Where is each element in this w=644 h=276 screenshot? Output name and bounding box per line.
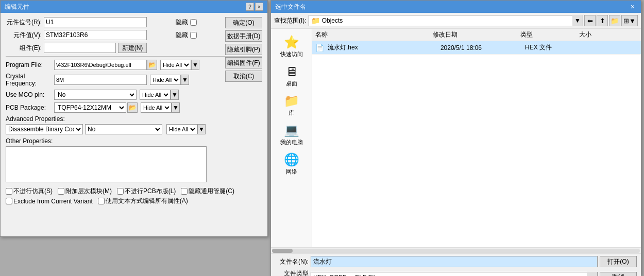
value-hide-label: 隐藏 xyxy=(176,31,188,40)
edit-dialog-controls: ? × xyxy=(246,3,263,11)
file-icon: 📄 xyxy=(315,44,326,52)
sidebar-item-computer[interactable]: 💻 我的电脑 xyxy=(273,120,310,149)
advanced-row: Disassemble Binary Code No Yes Hide All … xyxy=(6,124,262,134)
col-header-name: 名称 xyxy=(315,30,433,39)
ref-input[interactable] xyxy=(44,17,147,27)
filename-label: 文件名(N): xyxy=(275,257,309,266)
group-input[interactable] xyxy=(44,43,116,53)
crystal-freq-label: Crystal Frequency: xyxy=(6,73,52,87)
check-no-pcb-input[interactable] xyxy=(117,188,124,195)
view-mode-btn[interactable]: ⊞▼ xyxy=(621,15,638,26)
ok-button[interactable]: 确定(O) xyxy=(225,17,262,28)
filetype-value: HEX, COFF or ELF Files xyxy=(311,274,587,277)
pcb-package-hide-select[interactable]: Hide All xyxy=(141,102,172,113)
check-no-sim-label: 不进行仿真(S) xyxy=(13,187,53,196)
file-sidebar: ⭐ 快速访问 🖥 桌面 📁 库 💻 我的电脑 🌐 网络 xyxy=(271,29,312,247)
horizontal-scrollbar[interactable] xyxy=(271,247,641,253)
advanced-prop-select[interactable]: Disassemble Binary Code xyxy=(6,124,83,134)
check-text-edit-input[interactable] xyxy=(98,198,105,204)
check-exclude-label: Exclude from Current Variant xyxy=(13,198,93,205)
check-add-hier-label: 附加层次模块(M) xyxy=(65,187,112,196)
check-no-pcb[interactable]: 不进行PCB布版(L) xyxy=(117,187,176,196)
use-mco-hide-arrow[interactable]: ▼ xyxy=(171,90,179,100)
open-button[interactable]: 打开(O) xyxy=(600,256,637,267)
filename-row: 文件名(N): 打开(O) xyxy=(275,256,637,267)
help-button[interactable]: ? xyxy=(246,3,254,11)
check-hide-pin[interactable]: 隐藏通用管腿(C) xyxy=(181,187,234,196)
group-row: 组件(E): 新建(N) xyxy=(6,43,262,53)
use-mco-hide-select[interactable]: Hide All xyxy=(140,90,171,100)
ref-hide-checkbox[interactable] xyxy=(190,19,197,26)
group-label: 组件(E): xyxy=(6,44,42,53)
check-add-hier[interactable]: 附加层次模块(M) xyxy=(58,187,112,196)
program-file-hide-select[interactable]: Hide All xyxy=(160,60,191,70)
program-file-row: Program File: 📂 Hide All ▼ xyxy=(6,60,262,70)
sidebar-item-quickaccess[interactable]: ⭐ 快速访问 xyxy=(273,32,310,61)
check-no-sim[interactable]: 不进行仿真(S) xyxy=(6,187,53,196)
edit-dialog-title: 编辑元件 xyxy=(5,3,29,11)
file-list-header: 名称 修改日期 类型 大小 xyxy=(312,29,641,41)
file-dialog-title: 选中文件名 xyxy=(275,3,306,11)
check-no-sim-input[interactable] xyxy=(6,188,12,195)
new-group-button[interactable]: 新建(N) xyxy=(118,43,147,53)
file-toolbar: 查找范围(I): 📁 Objects ▼ ⬅ ⬆ 📁 ⊞▼ xyxy=(271,13,641,29)
cancel-file-button[interactable]: 取消 xyxy=(600,272,637,277)
quickaccess-icon: ⭐ xyxy=(284,35,299,49)
use-mco-select[interactable]: No Yes xyxy=(54,90,137,100)
folder-icon: 📁 xyxy=(309,16,322,25)
filetype-dropdown[interactable]: ▼ xyxy=(587,272,597,277)
check-exclude-input[interactable] xyxy=(6,198,12,204)
program-file-input[interactable] xyxy=(54,60,147,70)
cancel-button[interactable]: 取消(C) xyxy=(225,71,262,82)
program-file-hide-arrow[interactable]: ▼ xyxy=(191,60,199,70)
advanced-hide-select[interactable]: Hide All xyxy=(166,124,197,134)
value-input[interactable] xyxy=(44,30,147,40)
other-section: Other Properties: xyxy=(6,137,262,184)
use-mco-row: Use MCO pin: No Yes Hide All ▼ xyxy=(6,90,262,100)
pcb-package-browse[interactable]: 📂 xyxy=(127,102,138,113)
pcb-package-row: PCB Package: TQFP64-12X12MM 📂 Hide All ▼ xyxy=(6,102,262,113)
ref-row: 元件位号(R): 隐藏 xyxy=(6,17,262,27)
crystal-freq-hide-arrow[interactable]: ▼ xyxy=(181,75,189,85)
crystal-freq-hide-select[interactable]: Hide All xyxy=(150,75,181,85)
new-folder-btn[interactable]: 📁 xyxy=(609,15,620,26)
program-file-label: Program File: xyxy=(6,61,52,68)
sidebar-item-library[interactable]: 📁 库 xyxy=(273,91,310,120)
file-main-area: ⭐ 快速访问 🖥 桌面 📁 库 💻 我的电脑 🌐 网络 名称 xyxy=(271,29,641,247)
file-row[interactable]: 📄 流水灯.hex 2020/5/1 18:06 HEX 文件 xyxy=(312,41,641,55)
check-text-edit[interactable]: 使用文本方式编辑所有属性(A) xyxy=(98,197,188,205)
file-date: 2020/5/1 18:06 xyxy=(440,44,525,51)
pcb-package-hide-arrow[interactable]: ▼ xyxy=(172,102,180,113)
value-hide-group: 隐藏 xyxy=(173,31,197,40)
crystal-freq-input[interactable] xyxy=(54,75,147,85)
file-dialog: 选中文件名 × 查找范围(I): 📁 Objects ▼ ⬅ ⬆ 📁 ⊞▼ ⭐ … xyxy=(270,0,641,276)
nav-up-btn[interactable]: ⬆ xyxy=(597,15,608,26)
advanced-section: Advanced Properties: Disassemble Binary … xyxy=(6,115,262,134)
ref-hide-group: 隐藏 xyxy=(173,18,197,27)
hide-pin-button[interactable]: 隐藏引脚(P) xyxy=(225,44,262,55)
pcb-package-select[interactable]: TQFP64-12X12MM xyxy=(54,102,126,113)
check-add-hier-input[interactable] xyxy=(58,188,64,195)
check-hide-pin-label: 隐藏通用管腿(C) xyxy=(189,187,234,196)
advanced-value-select[interactable]: No Yes xyxy=(85,124,162,134)
sidebar-item-desktop[interactable]: 🖥 桌面 xyxy=(273,61,310,91)
filename-input[interactable] xyxy=(311,256,598,267)
sidebar-item-network[interactable]: 🌐 网络 xyxy=(273,149,310,179)
file-dialog-close[interactable]: × xyxy=(629,3,637,11)
edit-dialog-titlebar: 编辑元件 ? × xyxy=(1,1,267,13)
advanced-hide-arrow[interactable]: ▼ xyxy=(197,124,206,134)
check-hide-pin-input[interactable] xyxy=(181,188,188,195)
crystal-freq-row: Crystal Frequency: Hide All ▼ xyxy=(6,73,262,87)
databook-button[interactable]: 数据手册(D) xyxy=(225,30,262,42)
path-dropdown[interactable]: ▼ xyxy=(572,15,583,26)
edit-part-button[interactable]: 编辑固件(F) xyxy=(225,57,262,68)
close-button[interactable]: × xyxy=(255,3,263,11)
col-header-type: 类型 xyxy=(520,30,579,39)
other-textarea[interactable] xyxy=(6,146,207,182)
scrollbar-thumb[interactable] xyxy=(272,249,293,253)
check-exclude[interactable]: Exclude from Current Variant xyxy=(6,197,93,205)
nav-back-btn[interactable]: ⬅ xyxy=(584,15,596,26)
program-file-browse[interactable]: 📂 xyxy=(147,60,157,70)
value-hide-checkbox[interactable] xyxy=(190,32,197,39)
check-text-edit-label: 使用文本方式编辑所有属性(A) xyxy=(106,197,188,205)
